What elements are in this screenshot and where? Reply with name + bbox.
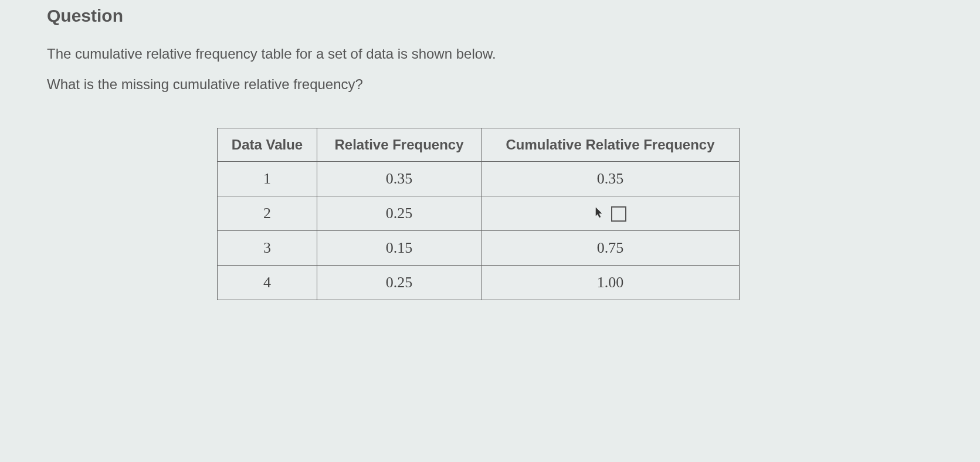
frequency-table: Data Value Relative Frequency Cumulative…: [217, 128, 740, 300]
table-header-row: Data Value Relative Frequency Cumulative…: [218, 128, 740, 162]
cell-data-value: 2: [218, 196, 317, 231]
table-row: 4 0.25 1.00: [218, 266, 740, 300]
table-row: 2 0.25: [218, 196, 740, 231]
cell-relative-frequency: 0.25: [317, 196, 481, 231]
table-row: 3 0.15 0.75: [218, 231, 740, 266]
cell-relative-frequency: 0.35: [317, 162, 481, 196]
cell-data-value: 3: [218, 231, 317, 266]
question-description: The cumulative relative frequency table …: [47, 43, 933, 64]
cell-cumulative-relative-frequency: 0.75: [481, 231, 740, 266]
pointer-icon: [595, 206, 604, 221]
cell-cumulative-relative-frequency: 0.35: [481, 162, 740, 196]
question-prompt: What is the missing cumulative relative …: [47, 76, 933, 93]
cell-cumulative-relative-frequency: 1.00: [481, 266, 740, 300]
header-relative-frequency: Relative Frequency: [317, 128, 481, 162]
answer-input-box[interactable]: [611, 206, 626, 222]
table-row: 1 0.35 0.35: [218, 162, 740, 196]
cell-relative-frequency: 0.25: [317, 266, 481, 300]
header-data-value: Data Value: [218, 128, 317, 162]
header-cumulative-relative-frequency: Cumulative Relative Frequency: [481, 128, 740, 162]
question-heading: Question: [47, 6, 933, 26]
cell-data-value: 4: [218, 266, 317, 300]
cell-relative-frequency: 0.15: [317, 231, 481, 266]
cell-cumulative-relative-frequency-missing[interactable]: [481, 196, 740, 231]
cell-data-value: 1: [218, 162, 317, 196]
frequency-table-wrapper: Data Value Relative Frequency Cumulative…: [47, 128, 933, 300]
